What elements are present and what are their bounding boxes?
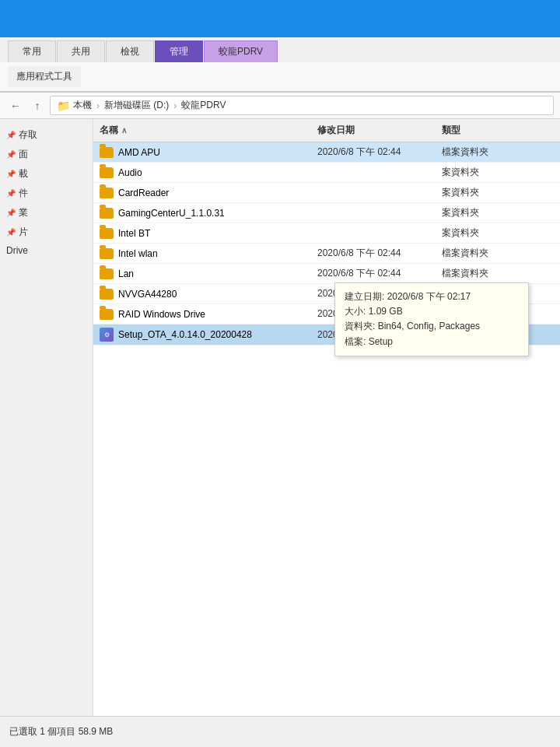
folder-icon <box>100 228 114 239</box>
file-name-cell: Audio <box>93 166 311 180</box>
tooltip-size: 大小: 1.09 GB <box>345 304 519 319</box>
file-name-label: AMD APU <box>118 147 160 158</box>
table-row[interactable]: AMD APU 2020/6/8 下午 02:44 檔案資料夾 <box>93 142 560 163</box>
file-type-cell: 案資料夾 <box>436 205 513 221</box>
file-name-cell: ⚙ Setup_OTA_4.0.14.0_20200428 <box>93 326 311 343</box>
file-name-label: Intel wlan <box>118 248 158 259</box>
file-date-cell <box>311 212 436 215</box>
pin-icon-0: 📌 <box>6 131 16 139</box>
tab-changyong[interactable]: 常用 <box>8 40 56 62</box>
folder-icon <box>100 188 114 198</box>
file-date-cell: 2020/6/8 下午 02:44 <box>311 144 436 160</box>
file-date-cell: 2020/6/8 下午 02:44 <box>311 265 436 282</box>
pin-icon-5: 📌 <box>6 228 16 237</box>
file-name-label: Lan <box>118 268 134 279</box>
tooltip-build-date: 建立日期: 2020/6/8 下午 02:17 <box>345 289 519 304</box>
toolbar-app-tools[interactable]: 應用程式工具 <box>8 66 81 87</box>
status-text: 已選取 1 個項目 58.9 MB <box>9 725 113 738</box>
sidebar-item-2[interactable]: 📌 載 <box>0 164 93 184</box>
file-name-cell: Intel wlan <box>93 247 311 261</box>
folder-icon <box>100 208 114 219</box>
table-row[interactable]: Intel wlan 2020/6/8 下午 02:44 檔案資料夾 <box>93 244 560 264</box>
sidebar-item-0[interactable]: 📌 存取 <box>0 125 93 145</box>
file-name-cell: GamingCenterU_1.1.0.31 <box>93 206 311 220</box>
sidebar-item-1[interactable]: 📌 面 <box>0 145 93 164</box>
file-name-cell: AMD APU <box>93 146 311 160</box>
header-type[interactable]: 類型 <box>436 122 513 139</box>
file-name-label: Audio <box>118 167 142 178</box>
folder-icon <box>100 248 114 259</box>
file-name-cell: NVVGA44280 <box>93 287 311 301</box>
tooltip-files: 檔案: Setup <box>345 335 519 349</box>
tab-guanli[interactable]: 管理 <box>155 40 203 62</box>
table-row[interactable]: CardReader 案資料夾 <box>93 183 560 203</box>
path-part-folder[interactable]: 蛟龍PDRV <box>181 99 226 112</box>
file-type-cell: 檔案資料夾 <box>436 265 513 282</box>
file-name-label: NVVGA44280 <box>118 289 177 300</box>
folder-icon <box>100 268 114 279</box>
file-name-label: CardReader <box>118 188 169 198</box>
file-date-cell <box>311 232 436 235</box>
explorer-window: 常用 共用 檢視 管理 蛟龍PDRV 應用程式工具 ← ↑ 📁 <box>0 37 560 716</box>
file-type-cell: 案資料夾 <box>436 184 513 201</box>
file-type-cell: 檔案資料夾 <box>436 245 513 261</box>
file-type-cell: 案資料夾 <box>436 164 513 181</box>
status-bar: 已選取 1 個項目 58.9 MB <box>0 716 560 747</box>
path-part-home[interactable]: 本機 <box>73 99 92 112</box>
file-name-cell: RAID Windows Drive <box>93 307 311 321</box>
up-button[interactable]: ↑ <box>28 96 47 115</box>
file-type-cell: 檔案資料夾 <box>436 144 513 160</box>
file-type-cell: 案資料夾 <box>436 225 513 241</box>
folder-icon <box>100 289 114 300</box>
pin-icon-3: 📌 <box>6 189 16 198</box>
sidebar: 📌 存取 📌 面 📌 載 📌 件 📌 業 📌 片 <box>0 119 93 716</box>
folder-icon <box>100 147 114 158</box>
header-date[interactable]: 修改日期 <box>311 122 436 139</box>
file-date-cell <box>311 191 436 195</box>
sidebar-item-3[interactable]: 📌 件 <box>0 184 93 203</box>
exe-icon: ⚙ <box>100 328 114 342</box>
path-part-drive[interactable]: 新增磁碟區 (D:) <box>104 99 169 112</box>
sidebar-item-6[interactable]: Drive <box>0 242 93 259</box>
ribbon-toolbar: 應用程式工具 <box>0 62 560 92</box>
folder-icon <box>100 167 114 178</box>
tab-pdrv[interactable]: 蛟龍PDRV <box>204 40 278 62</box>
file-name-label: Setup_OTA_4.0.14.0_20200428 <box>118 329 252 340</box>
table-row[interactable]: Audio 案資料夾 <box>93 163 560 183</box>
pin-icon-1: 📌 <box>6 150 16 159</box>
address-bar: ← ↑ 📁 本機 › 新增磁碟區 (D:) › 蛟龍PDRV <box>0 93 560 119</box>
sort-arrow: ∧ <box>121 126 127 135</box>
sidebar-item-4[interactable]: 📌 業 <box>0 203 93 223</box>
table-row[interactable]: Intel BT 案資料夾 <box>93 223 560 244</box>
file-name-label: RAID Windows Drive <box>118 309 205 320</box>
file-name-label: GamingCenterU_1.1.0.31 <box>118 208 225 219</box>
file-name-cell: CardReader <box>93 186 311 200</box>
table-row[interactable]: Lan 2020/6/8 下午 02:44 檔案資料夾 <box>93 264 560 284</box>
file-name-cell: Lan <box>93 267 311 281</box>
taskbar-top <box>0 0 560 37</box>
sidebar-item-5[interactable]: 📌 片 <box>0 223 93 242</box>
ribbon-tab-bar: 常用 共用 檢視 管理 蛟龍PDRV <box>0 37 560 62</box>
file-date-cell <box>311 171 436 174</box>
back-button[interactable]: ← <box>6 96 25 115</box>
path-folder-icon: 📁 <box>57 100 70 112</box>
header-name[interactable]: 名稱 ∧ <box>93 122 311 139</box>
tab-jianshi[interactable]: 檢視 <box>106 40 154 62</box>
address-path[interactable]: 📁 本機 › 新增磁碟區 (D:) › 蛟龍PDRV <box>50 96 554 115</box>
tab-gongyong[interactable]: 共用 <box>57 40 105 62</box>
file-name-cell: Intel BT <box>93 226 311 240</box>
file-list-header: 名稱 ∧ 修改日期 類型 <box>93 119 560 142</box>
folder-icon <box>100 309 114 320</box>
file-name-label: Intel BT <box>118 228 150 239</box>
tooltip-popup: 建立日期: 2020/6/8 下午 02:17 大小: 1.09 GB 資料夾:… <box>334 282 529 356</box>
pin-icon-2: 📌 <box>6 170 16 178</box>
pin-icon-4: 📌 <box>6 209 16 217</box>
file-date-cell: 2020/6/8 下午 02:44 <box>311 245 436 261</box>
tooltip-folders: 資料夾: Bin64, Config, Packages <box>345 319 519 334</box>
table-row[interactable]: GamingCenterU_1.1.0.31 案資料夾 <box>93 203 560 223</box>
file-list: 名稱 ∧ 修改日期 類型 AMD APU 2020/6/8 下午 02:44 檔… <box>93 119 560 716</box>
ribbon: 常用 共用 檢視 管理 蛟龍PDRV 應用程式工具 <box>0 37 560 93</box>
content-area: 📌 存取 📌 面 📌 載 📌 件 📌 業 📌 片 <box>0 119 560 716</box>
